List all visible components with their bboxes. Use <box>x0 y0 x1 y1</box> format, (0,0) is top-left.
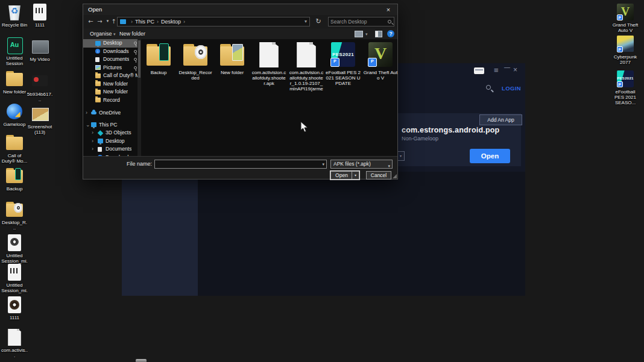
video-thumbnail-icon <box>31 37 49 55</box>
help-icon[interactable]: ? <box>387 30 394 37</box>
open-file-dialog: Open × ← → ▾ ↑ ›This PC›Desktop› ▾ ↻ Org… <box>83 4 398 179</box>
close-icon[interactable]: × <box>513 66 517 74</box>
back-icon[interactable]: ← <box>87 17 95 26</box>
desktop-icon-pes-2021[interactable]: PES2021 P eFootball PES 2021 SEASO... <box>610 70 640 105</box>
gameloop-open-button[interactable]: Open <box>470 149 510 163</box>
recycle-bin-icon <box>5 3 24 21</box>
red-app-icon <box>31 72 49 90</box>
desktop-icon-gameloop[interactable]: Gameloop <box>1 102 28 127</box>
folder-disc-icon <box>5 201 24 219</box>
add-an-app-button[interactable]: Add An App <box>479 114 522 125</box>
sidebar-item-onedrive[interactable]: ›OneDrive <box>83 109 141 117</box>
desktop-icon-cyberpunk[interactable]: P Cyberpunk 2077 <box>610 35 640 65</box>
desktop-icon-new-folder[interactable]: New folder <box>1 70 28 95</box>
gameloop-icon <box>5 102 24 120</box>
desktop-icon-cod-folder[interactable]: Call of Duty® Mo... <box>1 134 28 164</box>
sidebar-item-cod-folder[interactable]: Call of Duty® M <box>83 72 141 80</box>
folder-icon <box>95 73 101 78</box>
login-button[interactable]: LOGIN <box>502 85 521 92</box>
taskbar-icon-peek[interactable] <box>136 359 147 362</box>
views-dropdown-icon[interactable]: ▾ <box>365 32 368 37</box>
desktop-icon-gta-v[interactable]: V P Grand Theft Auto V <box>610 3 640 33</box>
search-icon[interactable] <box>486 85 491 90</box>
desktop-icon-recycle-bin[interactable]: Recycle Bin <box>1 3 28 28</box>
desktop-icon-1111-disc[interactable]: 1111 <box>1 296 28 320</box>
sidebar-item-downloads[interactable]: ↓Downloads <box>83 48 141 56</box>
forward-icon[interactable]: → <box>96 17 104 26</box>
file-item-gta-v[interactable]: V P Grand Theft Auto V <box>363 42 398 81</box>
menu-icon[interactable]: ≡ <box>494 66 499 75</box>
views-icon[interactable] <box>355 31 363 37</box>
sidebar-item-new-folder-2[interactable]: New folder <box>83 88 141 96</box>
desktop-icon-1111-audio[interactable]: 1111 <box>27 3 53 28</box>
pin-icon <box>134 58 137 61</box>
breadcrumb-desktop[interactable]: Desktop <box>161 19 181 25</box>
minimize-icon[interactable]: — <box>504 64 510 70</box>
file-item-new-folder[interactable]: New folder <box>215 42 250 75</box>
dialog-title: Open <box>88 6 102 13</box>
documents-icon <box>98 147 102 152</box>
file-item-pes-2021[interactable]: PES2021 P eFootball PES 2021 SEASON UPDA… <box>326 42 361 86</box>
this-pc-icon <box>91 122 96 127</box>
desktop-icon-screenshot-113[interactable]: Screenshot (113) <box>27 105 53 135</box>
resize-grip[interactable] <box>393 174 397 178</box>
address-dropdown-icon[interactable]: ▾ <box>305 17 307 26</box>
open-split-dropdown-icon[interactable]: ▾ <box>352 172 359 179</box>
folder-disc-icon <box>182 42 209 68</box>
apk-association-badge: P <box>330 58 339 67</box>
sidebar-item-pictures[interactable]: Pictures <box>83 64 141 72</box>
search-box[interactable] <box>328 17 394 27</box>
sidebar-item-this-pc[interactable]: ⌄This PC <box>83 121 141 130</box>
desktop-icon-my-video[interactable]: My Video <box>27 37 53 62</box>
new-folder-button[interactable]: New folder <box>119 31 145 37</box>
pin-icon <box>134 50 137 53</box>
apk-file-icon <box>256 42 282 68</box>
breadcrumb-this-pc[interactable]: This PC <box>135 19 154 25</box>
sidebar-item-documents[interactable]: Documents <box>83 55 141 64</box>
desktop-icon-5b934b617[interactable]: 5b934b617... <box>27 72 53 102</box>
desktop-icon-untitled-session[interactable]: Au Untitled Session <box>1 36 28 66</box>
file-type-select[interactable]: APK files (*.apk) ▾ <box>330 160 393 169</box>
file-item-cod-apk-versioned[interactable]: com.activision.callofduty.shooter_1.0.19… <box>289 42 324 93</box>
folder-icon <box>95 81 101 86</box>
sidebar-item-pc-desktop[interactable]: ›Desktop <box>83 137 141 146</box>
desktop-icon-untitled-session-audio[interactable]: Untitled Session_mi... <box>1 263 28 299</box>
audition-session-icon: Au <box>5 36 24 54</box>
file-item-cod-apk[interactable]: com.activision.callofduty.shooter.apk <box>251 42 286 86</box>
apk-association-badge: P <box>617 14 623 20</box>
file-item-desktop-recorded[interactable]: Desktop_Recorded <box>178 42 213 81</box>
gift-card-icon[interactable] <box>474 67 484 74</box>
dialog-sidebar: Desktop ↓Downloads Documents Pictures Ca… <box>83 39 141 156</box>
open-button[interactable]: Open ▾ <box>330 171 359 179</box>
file-name-input[interactable] <box>157 161 317 167</box>
file-item-backup[interactable]: Backup <box>141 42 176 75</box>
folder-au-icon <box>145 42 172 68</box>
scrollbar-thumb[interactable] <box>138 40 140 78</box>
search-input[interactable] <box>330 18 386 25</box>
desktop-icon-backup-folder[interactable]: Backup <box>1 167 28 192</box>
close-icon[interactable]: × <box>382 5 395 14</box>
address-bar[interactable]: ›This PC›Desktop› ▾ <box>117 17 310 27</box>
app-type-label: Non-Gameloop <box>402 136 438 142</box>
combobox-dropdown-icon[interactable]: ▾ <box>322 162 324 167</box>
desktop-icon-desktop-r-folder[interactable]: Desktop_R... <box>1 201 28 231</box>
sidebar-item-record[interactable]: Record <box>83 96 141 105</box>
sidebar-item-3d-objects[interactable]: ›3D Objects <box>83 129 141 137</box>
dialog-titlebar[interactable]: Open × <box>83 4 397 15</box>
expand-icon[interactable]: › <box>86 109 87 117</box>
desktop-icon-com-activis[interactable]: com.activis... <box>1 328 28 358</box>
preview-pane-icon[interactable] <box>375 31 382 37</box>
search-icon <box>388 20 391 23</box>
sidebar-item-desktop[interactable]: Desktop <box>83 39 141 48</box>
file-type-dropdown-icon: ▾ <box>388 162 390 170</box>
folder-icon <box>95 90 101 95</box>
sidebar-item-new-folder-1[interactable]: New folder <box>83 80 141 89</box>
collapse-icon[interactable]: ⌄ <box>86 121 90 130</box>
sidebar-item-pc-documents[interactable]: ›Documents <box>83 145 141 154</box>
audio-document-icon <box>5 263 24 281</box>
refresh-icon[interactable]: ↻ <box>314 17 323 27</box>
organise-menu[interactable]: Organise ▾ <box>90 31 116 37</box>
file-name-combobox[interactable]: ▾ <box>154 160 327 169</box>
cancel-button[interactable]: Cancel <box>366 171 391 179</box>
folder-icon <box>5 134 24 152</box>
